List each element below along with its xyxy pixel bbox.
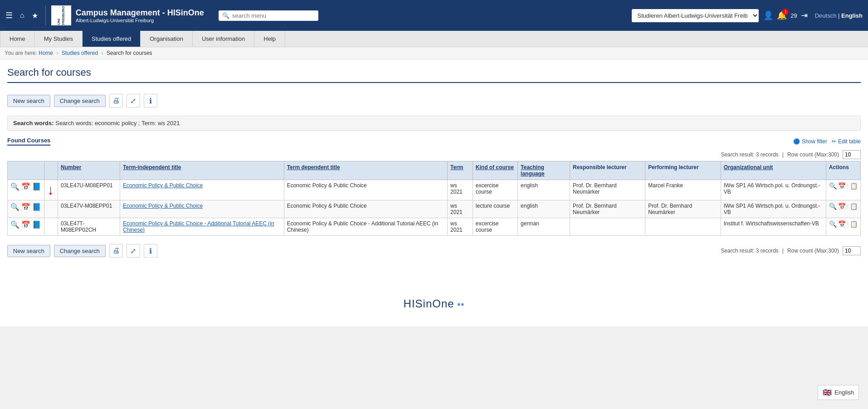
home-icon[interactable]: ⌂ <box>20 11 24 19</box>
cell-term-dep-title: Economic Policy & Public Choice <box>284 200 447 218</box>
cell-language: english <box>518 200 570 218</box>
col-arrow <box>44 161 58 180</box>
notification-bell[interactable]: 🔔 1 <box>777 10 787 20</box>
cell-kind: lecture course <box>473 200 517 218</box>
book-icon[interactable]: 📘 <box>32 203 41 211</box>
show-filter-button[interactable]: 🔵 Show filter <box>793 138 827 145</box>
action-view-icon[interactable]: 🔍 <box>829 203 837 210</box>
hisinone-logo: HISinOne ▪▪ <box>16 297 852 310</box>
user-count: 29 <box>790 12 797 19</box>
action-view-icon[interactable]: 🔍 <box>829 182 837 190</box>
found-courses-label: Found Courses <box>7 137 50 146</box>
action-cal-icon[interactable]: 📅 <box>838 182 846 190</box>
col-term[interactable]: Term <box>448 161 473 180</box>
edit-table-button[interactable]: ✏ Edit table <box>832 138 861 145</box>
cell-language: english <box>518 180 570 200</box>
col-language[interactable]: Teaching language <box>518 161 570 180</box>
calendar-icon[interactable]: 📅 <box>21 203 30 211</box>
bottom-toolbar-right: Search result: 3 records | Row count (Ma… <box>721 246 861 255</box>
hamburger-icon[interactable]: ☰ <box>5 10 13 20</box>
view-icon[interactable]: 🔍 <box>10 182 20 191</box>
expand-button-bottom[interactable]: ⤢ <box>127 244 140 258</box>
context-dropdown[interactable]: Studieren Albert-Ludwigs-Universität Fre… <box>632 9 759 22</box>
book-icon[interactable]: 📘 <box>32 182 41 191</box>
action-view-icon[interactable]: 🔍 <box>829 220 837 228</box>
col-term-indep-title[interactable]: Term-independent title <box>120 161 284 180</box>
term-indep-link[interactable]: Economic Policy & Public Choice <box>123 203 203 209</box>
bottom-toolbar-left: New search Change search 🖨 ⤢ ℹ <box>7 244 157 258</box>
row-count-input[interactable] <box>843 150 861 159</box>
user-icon[interactable]: 👤 <box>763 10 773 20</box>
expand-button[interactable]: ⤢ <box>127 94 140 107</box>
header-right: Studieren Albert-Ludwigs-Universität Fre… <box>632 9 863 22</box>
action-cal-icon[interactable]: 📅 <box>838 203 846 210</box>
term-indep-link[interactable]: Economic Policy & Public Choice - Additi… <box>123 220 274 233</box>
new-search-button[interactable]: New search <box>7 95 50 107</box>
courses-table: Number Term-independent title Term depen… <box>7 161 861 236</box>
nav-user-information[interactable]: User information <box>193 31 254 47</box>
new-search-button-bottom[interactable]: New search <box>7 245 50 257</box>
cell-org-unit: IWw SP1 A6 Wirtsch.pol. u. Ordnungst.-VB <box>721 180 826 200</box>
col-term-dep-title[interactable]: Term dependent title <box>284 161 447 180</box>
action-add-icon[interactable]: 📋 <box>850 203 858 210</box>
nav-help[interactable]: Help <box>254 31 285 47</box>
change-search-button[interactable]: Change search <box>54 95 106 107</box>
cell-actions: 🔍 📅 | 📋 <box>826 180 860 200</box>
app-title: Campus Management - HISinOne <box>76 8 204 18</box>
col-resp-lecturer[interactable]: Responsible lecturer <box>570 161 645 180</box>
term-indep-link[interactable]: Economic Policy & Public Choice <box>123 182 203 189</box>
nav-my-studies[interactable]: My Studies <box>35 31 83 47</box>
view-icon[interactable]: 🔍 <box>10 220 20 229</box>
sort-arrow-cell <box>44 218 58 236</box>
change-search-button-bottom[interactable]: Change search <box>54 245 106 257</box>
cell-term-dep-title: Economic Policy & Public Choice <box>284 180 447 200</box>
app-subtitle: Albert-Ludwigs-Universität Freiburg <box>76 18 204 23</box>
action-add-icon[interactable]: 📋 <box>850 182 858 190</box>
cell-perf-lecturer: Marcel Franke <box>645 180 721 200</box>
breadcrumb-studies-offered[interactable]: Studies offered <box>62 50 98 56</box>
cell-term: ws 2021 <box>448 218 473 236</box>
calendar-icon[interactable]: 📅 <box>21 182 30 191</box>
star-icon[interactable]: ★ <box>32 11 38 20</box>
table-row: 🔍 📅 📘 03LE47V-M08EPP01Economic Policy & … <box>8 200 861 218</box>
print-button[interactable]: 🖨 <box>109 94 123 107</box>
cell-term: ws 2021 <box>448 180 473 200</box>
breadcrumb-home[interactable]: Home <box>39 50 53 56</box>
calendar-icon[interactable]: 📅 <box>21 220 30 229</box>
print-button-bottom[interactable]: 🖨 <box>109 244 123 258</box>
filter-icon: 🔵 <box>793 138 800 145</box>
search-words-label: Search words: <box>13 120 54 127</box>
search-words-value: Search words: economic policy ; Term: ws… <box>55 120 180 127</box>
breadcrumb: You are here: Home › Studies offered › S… <box>0 47 868 59</box>
logout-icon[interactable]: ⇥ <box>801 10 808 20</box>
info-button[interactable]: ℹ <box>144 94 157 107</box>
menu-search-bar[interactable]: 🔍 <box>219 10 318 21</box>
breadcrumb-current: Search for courses <box>107 50 152 56</box>
cell-org-unit: IWw SP1 A6 Wirtsch.pol. u. Ordnungst.-VB <box>721 200 826 218</box>
lang-english: English <box>841 12 863 19</box>
bottom-result-count: Search result: 3 records <box>721 248 778 254</box>
col-kind[interactable]: Kind of course <box>473 161 517 180</box>
page-title: Search for courses <box>7 67 861 83</box>
col-perf-lecturer[interactable]: Performing lecturer <box>645 161 721 180</box>
col-actions: Actions <box>826 161 860 180</box>
book-icon[interactable]: 📘 <box>32 220 41 229</box>
cell-perf-lecturer: Prof. Dr. Bernhard Neumärker <box>645 200 721 218</box>
row-icon-cell: 🔍 📅 📘 <box>8 218 44 236</box>
action-cal-icon[interactable]: 📅 <box>838 220 846 228</box>
info-button-bottom[interactable]: ℹ <box>144 244 157 258</box>
nav-home[interactable]: Home <box>0 31 35 47</box>
col-org-unit[interactable]: Organizational unit <box>721 161 826 180</box>
lang-deutsch[interactable]: Deutsch <box>815 12 837 19</box>
col-number[interactable]: Number <box>58 161 120 180</box>
results-info: Search result: 3 records | Row count (Ma… <box>7 150 861 159</box>
bottom-row-count-input[interactable] <box>843 246 861 255</box>
search-input[interactable] <box>232 12 315 19</box>
logo-area: UNIFREIBURG Campus Management - HISinOne… <box>45 5 204 25</box>
search-words-bar: Search words: Search words: economic pol… <box>7 116 861 131</box>
view-icon[interactable]: 🔍 <box>10 203 20 211</box>
action-add-icon[interactable]: 📋 <box>850 220 858 228</box>
action-sep: | <box>847 203 848 209</box>
nav-studies-offered[interactable]: Studies offered <box>83 31 141 47</box>
nav-organisation[interactable]: Organisation <box>141 31 193 47</box>
